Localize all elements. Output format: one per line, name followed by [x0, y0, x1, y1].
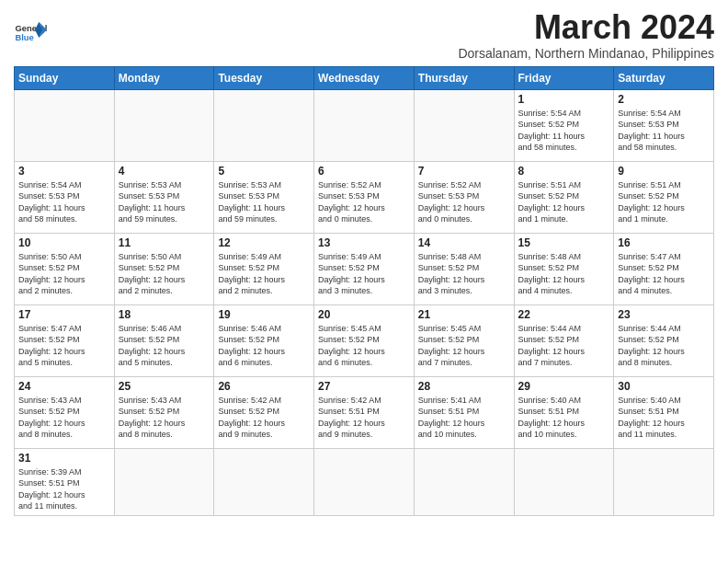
logo: General Blue	[14, 17, 47, 50]
col-monday: Monday	[114, 66, 214, 89]
day-info: Sunrise: 5:46 AM Sunset: 5:52 PM Dayligh…	[218, 323, 310, 369]
day-info: Sunrise: 5:42 AM Sunset: 5:52 PM Dayligh…	[218, 395, 310, 441]
day-cell	[314, 448, 415, 515]
day-cell: 13Sunrise: 5:49 AM Sunset: 5:52 PM Dayli…	[314, 233, 415, 304]
day-info: Sunrise: 5:50 AM Sunset: 5:52 PM Dayligh…	[18, 251, 110, 297]
day-cell: 23Sunrise: 5:44 AM Sunset: 5:52 PM Dayli…	[614, 304, 714, 376]
day-cell	[314, 89, 415, 161]
day-info: Sunrise: 5:48 AM Sunset: 5:52 PM Dayligh…	[418, 251, 510, 297]
day-cell: 27Sunrise: 5:42 AM Sunset: 5:51 PM Dayli…	[314, 376, 415, 448]
day-info: Sunrise: 5:45 AM Sunset: 5:52 PM Dayligh…	[418, 323, 510, 369]
col-sunday: Sunday	[15, 66, 115, 89]
day-cell: 20Sunrise: 5:45 AM Sunset: 5:52 PM Dayli…	[314, 304, 415, 376]
day-info: Sunrise: 5:41 AM Sunset: 5:51 PM Dayligh…	[418, 395, 510, 441]
day-cell	[214, 448, 314, 515]
day-cell: 18Sunrise: 5:46 AM Sunset: 5:52 PM Dayli…	[114, 304, 214, 376]
day-number: 17	[18, 308, 110, 321]
day-cell: 14Sunrise: 5:48 AM Sunset: 5:52 PM Dayli…	[414, 233, 514, 304]
week-row-1: 1Sunrise: 5:54 AM Sunset: 5:52 PM Daylig…	[15, 89, 714, 161]
day-number: 30	[618, 380, 710, 393]
day-number: 29	[518, 380, 610, 393]
day-cell: 1Sunrise: 5:54 AM Sunset: 5:52 PM Daylig…	[514, 89, 614, 161]
day-number: 26	[218, 380, 310, 393]
day-cell: 21Sunrise: 5:45 AM Sunset: 5:52 PM Dayli…	[414, 304, 514, 376]
week-row-6: 31Sunrise: 5:39 AM Sunset: 5:51 PM Dayli…	[15, 448, 714, 515]
day-info: Sunrise: 5:45 AM Sunset: 5:52 PM Dayligh…	[318, 323, 410, 369]
week-row-4: 17Sunrise: 5:47 AM Sunset: 5:52 PM Dayli…	[15, 304, 714, 376]
day-cell: 10Sunrise: 5:50 AM Sunset: 5:52 PM Dayli…	[15, 233, 115, 304]
day-number: 3	[18, 165, 110, 178]
location-subtitle: Dorsalanam, Northern Mindanao, Philippin…	[458, 46, 714, 61]
day-number: 27	[318, 380, 410, 393]
day-cell: 30Sunrise: 5:40 AM Sunset: 5:51 PM Dayli…	[614, 376, 714, 448]
day-cell: 17Sunrise: 5:47 AM Sunset: 5:52 PM Dayli…	[15, 304, 115, 376]
day-info: Sunrise: 5:39 AM Sunset: 5:51 PM Dayligh…	[18, 466, 110, 512]
day-number: 24	[18, 380, 110, 393]
month-title: March 2024	[458, 9, 714, 46]
day-info: Sunrise: 5:54 AM Sunset: 5:53 PM Dayligh…	[618, 108, 710, 154]
day-number: 5	[218, 165, 310, 178]
day-number: 15	[518, 236, 610, 249]
day-info: Sunrise: 5:50 AM Sunset: 5:52 PM Dayligh…	[119, 251, 210, 297]
day-number: 31	[18, 452, 110, 465]
week-row-5: 24Sunrise: 5:43 AM Sunset: 5:52 PM Dayli…	[15, 376, 714, 448]
day-cell	[614, 448, 714, 515]
day-info: Sunrise: 5:47 AM Sunset: 5:52 PM Dayligh…	[618, 251, 710, 297]
day-info: Sunrise: 5:44 AM Sunset: 5:52 PM Dayligh…	[518, 323, 610, 369]
day-cell: 29Sunrise: 5:40 AM Sunset: 5:51 PM Dayli…	[514, 376, 614, 448]
calendar-table: Sunday Monday Tuesday Wednesday Thursday…	[14, 66, 714, 516]
day-info: Sunrise: 5:51 AM Sunset: 5:52 PM Dayligh…	[618, 179, 710, 225]
col-wednesday: Wednesday	[314, 66, 415, 89]
day-cell	[15, 89, 115, 161]
day-number: 2	[618, 93, 710, 106]
day-number: 1	[518, 93, 610, 106]
day-cell	[414, 448, 514, 515]
day-info: Sunrise: 5:51 AM Sunset: 5:52 PM Dayligh…	[518, 179, 610, 225]
col-thursday: Thursday	[414, 66, 514, 89]
day-cell: 28Sunrise: 5:41 AM Sunset: 5:51 PM Dayli…	[414, 376, 514, 448]
day-info: Sunrise: 5:54 AM Sunset: 5:52 PM Dayligh…	[518, 108, 610, 154]
day-number: 19	[218, 308, 310, 321]
day-cell: 22Sunrise: 5:44 AM Sunset: 5:52 PM Dayli…	[514, 304, 614, 376]
header-row: Sunday Monday Tuesday Wednesday Thursday…	[15, 66, 714, 89]
page-header: General Blue March 2024 Dorsalanam, Nort…	[14, 9, 714, 61]
day-cell	[114, 89, 214, 161]
day-info: Sunrise: 5:48 AM Sunset: 5:52 PM Dayligh…	[518, 251, 610, 297]
day-number: 22	[518, 308, 610, 321]
svg-text:Blue: Blue	[15, 33, 33, 42]
day-info: Sunrise: 5:54 AM Sunset: 5:53 PM Dayligh…	[18, 179, 110, 225]
day-number: 11	[119, 236, 210, 249]
day-number: 6	[318, 165, 410, 178]
day-cell: 9Sunrise: 5:51 AM Sunset: 5:52 PM Daylig…	[614, 161, 714, 233]
day-number: 14	[418, 236, 510, 249]
day-info: Sunrise: 5:40 AM Sunset: 5:51 PM Dayligh…	[618, 395, 710, 441]
day-cell: 2Sunrise: 5:54 AM Sunset: 5:53 PM Daylig…	[614, 89, 714, 161]
day-number: 12	[218, 236, 310, 249]
day-number: 9	[618, 165, 710, 178]
day-number: 4	[119, 165, 210, 178]
col-saturday: Saturday	[614, 66, 714, 89]
day-cell: 24Sunrise: 5:43 AM Sunset: 5:52 PM Dayli…	[15, 376, 115, 448]
day-info: Sunrise: 5:40 AM Sunset: 5:51 PM Dayligh…	[518, 395, 610, 441]
day-info: Sunrise: 5:53 AM Sunset: 5:53 PM Dayligh…	[119, 179, 210, 225]
day-info: Sunrise: 5:42 AM Sunset: 5:51 PM Dayligh…	[318, 395, 410, 441]
day-cell: 4Sunrise: 5:53 AM Sunset: 5:53 PM Daylig…	[114, 161, 214, 233]
day-number: 20	[318, 308, 410, 321]
day-info: Sunrise: 5:49 AM Sunset: 5:52 PM Dayligh…	[318, 251, 410, 297]
day-info: Sunrise: 5:44 AM Sunset: 5:52 PM Dayligh…	[618, 323, 710, 369]
day-cell: 3Sunrise: 5:54 AM Sunset: 5:53 PM Daylig…	[15, 161, 115, 233]
week-row-3: 10Sunrise: 5:50 AM Sunset: 5:52 PM Dayli…	[15, 233, 714, 304]
day-info: Sunrise: 5:46 AM Sunset: 5:52 PM Dayligh…	[119, 323, 210, 369]
day-info: Sunrise: 5:43 AM Sunset: 5:52 PM Dayligh…	[119, 395, 210, 441]
col-friday: Friday	[514, 66, 614, 89]
week-row-2: 3Sunrise: 5:54 AM Sunset: 5:53 PM Daylig…	[15, 161, 714, 233]
day-cell	[214, 89, 314, 161]
day-number: 13	[318, 236, 410, 249]
day-number: 7	[418, 165, 510, 178]
day-cell: 19Sunrise: 5:46 AM Sunset: 5:52 PM Dayli…	[214, 304, 314, 376]
col-tuesday: Tuesday	[214, 66, 314, 89]
day-cell: 11Sunrise: 5:50 AM Sunset: 5:52 PM Dayli…	[114, 233, 214, 304]
day-cell: 6Sunrise: 5:52 AM Sunset: 5:53 PM Daylig…	[314, 161, 415, 233]
day-info: Sunrise: 5:52 AM Sunset: 5:53 PM Dayligh…	[418, 179, 510, 225]
day-number: 23	[618, 308, 710, 321]
